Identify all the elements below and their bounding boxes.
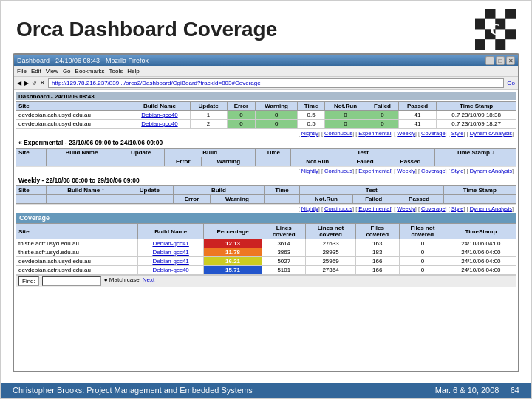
browser-content: Dashboard - 24/10/06 08:43 Site Build Na… [14, 90, 518, 371]
cov-lc-3: 5027 [262, 257, 306, 266]
cov-col-files-not: Files notcovered [399, 224, 446, 239]
stop-button[interactable]: ✕ [40, 80, 45, 86]
status-find[interactable]: Find: [18, 276, 39, 286]
menu-file[interactable]: File [17, 68, 27, 75]
wk-link-style[interactable]: Style [451, 205, 464, 212]
exp-link-experimental[interactable]: Experimental [358, 168, 391, 174]
svg-rect-9 [475, 30, 485, 40]
cell-notrun: 0 [325, 120, 366, 129]
exp-col-time: Time [256, 149, 291, 157]
exp-link-dynamic[interactable]: DynamicAnalysis [470, 168, 512, 174]
wk-link-nightly[interactable]: Nightly [301, 205, 318, 212]
wk-link-experimental[interactable]: Experimental [358, 205, 391, 212]
back-button[interactable]: ◀ [17, 80, 21, 86]
wk-col-time2 [264, 195, 299, 204]
cov-pct-2: 11.78 [204, 248, 262, 257]
coverage-row: thistle.acfr.usyd.edu.au Debian-gcc41 11… [16, 248, 516, 257]
cov-col-lines-cov: Linescovered [262, 224, 306, 239]
cov-fc-4: 166 [355, 266, 399, 275]
cell-notrun: 0 [325, 111, 366, 120]
status-text: ● Match case [104, 276, 140, 286]
exp-link-nightly[interactable]: Nightly [301, 168, 318, 174]
wk-col-timestamp: Time Stamp [443, 186, 516, 195]
col-update: Update [190, 102, 227, 111]
go-button[interactable]: Go [507, 80, 515, 86]
exp-link-style[interactable]: Style [451, 168, 464, 174]
link-experimental[interactable]: Experimental [358, 130, 391, 137]
menu-tools[interactable]: Tools [109, 68, 123, 75]
cov-site-4: devdebian.acfr.usyd.edu.au [16, 266, 138, 275]
wk-link-weekly[interactable]: Weekly [397, 205, 415, 212]
cov-fnc-1: 0 [399, 239, 446, 248]
menu-go[interactable]: Go [63, 68, 71, 75]
menu-help[interactable]: Help [127, 68, 139, 75]
cell-warning: 0 [256, 120, 298, 129]
coverage-section-label: Coverage [16, 213, 516, 223]
cov-build-2[interactable]: Debian-gcc41 [138, 248, 204, 257]
cov-lnc-3: 25969 [306, 257, 355, 266]
svg-text:C: C [490, 21, 501, 38]
coverage-row: thistle.acfr.usyd.edu.au Debian-gcc41 12… [16, 239, 516, 248]
col-error: Error [227, 102, 256, 111]
exp-link-coverage[interactable]: Coverage [421, 168, 446, 174]
svg-rect-12 [505, 30, 516, 40]
cov-lnc-1: 27633 [306, 239, 355, 248]
coverage-table: Site Build Name Percentage Linescovered … [16, 223, 516, 275]
cell-build[interactable]: Debian-gcc40 [129, 111, 190, 120]
status-input[interactable] [42, 276, 101, 286]
exp-col-build-group: Build [165, 149, 256, 157]
cov-site-2: thistle.acfr.usyd.edu.au [16, 248, 138, 257]
minimize-button[interactable]: _ [485, 56, 494, 65]
cov-lnc-4: 27364 [306, 266, 355, 275]
exp-link-weekly[interactable]: Weekly [397, 168, 415, 174]
cell-failed: 0 [366, 120, 398, 129]
exp-col-test-group: Test [291, 149, 435, 157]
status-next[interactable]: Next [143, 276, 154, 286]
col-warning: Warning [256, 102, 298, 111]
wk-col-test-group: Test [300, 186, 444, 195]
cell-failed: 0 [366, 111, 398, 120]
col-failed: Failed [366, 102, 398, 111]
wk-col-ts2 [443, 195, 516, 204]
exp-link-continuous[interactable]: Continuous [324, 168, 352, 174]
cov-col-site: Site [16, 224, 138, 239]
wk-link-coverage[interactable]: Coverage [421, 205, 446, 212]
exp-col-ts2 [434, 157, 516, 166]
link-coverage[interactable]: Coverage [421, 130, 446, 137]
link-continuous[interactable]: Continuous [324, 130, 352, 137]
url-input[interactable]: http://129.78.216.237/839.../orca2/Dashb… [48, 78, 504, 88]
link-nightly[interactable]: Nightly [301, 130, 318, 137]
browser-url-bar[interactable]: ◀ ▶ ↺ ✕ http://129.78.216.237/839.../orc… [14, 77, 518, 90]
link-dynamic[interactable]: DynamicAnalysis [470, 130, 512, 137]
table-row: devdebian.ach.usyd.edu.au Debian-gcc40 1… [16, 111, 516, 120]
wk-link-continuous[interactable]: Continuous [324, 205, 352, 212]
footer-right: Mar. 6 & 10, 2008 64 [435, 386, 519, 395]
menu-edit[interactable]: Edit [31, 68, 41, 75]
exp-col-warning: Warning [202, 157, 256, 166]
maximize-button[interactable]: □ [496, 56, 505, 65]
svg-rect-15 [496, 39, 506, 50]
wk-link-dynamic[interactable]: DynamicAnalysis [470, 205, 512, 212]
col-timestamp: Time Stamp [437, 102, 516, 111]
cell-site: devdebian.ach.usyd.edu.au [16, 120, 129, 129]
link-style[interactable]: Style [451, 130, 464, 137]
experimental-section-label: « Experimental - 23/10/06 09:00 to 24/10… [16, 137, 516, 148]
cell-build[interactable]: Debian-gcc40 [129, 120, 190, 129]
cov-fc-2: 183 [355, 248, 399, 257]
slide-footer: Christopher Brooks: Project Management a… [1, 383, 531, 398]
col-passed: Passed [398, 102, 436, 111]
link-weekly[interactable]: Weekly [397, 130, 415, 137]
logo-icon: C [475, 9, 516, 50]
close-button[interactable]: ✕ [506, 56, 515, 65]
svg-rect-3 [496, 9, 506, 19]
forward-button[interactable]: ▶ [24, 80, 29, 86]
cov-lc-1: 3614 [262, 239, 306, 248]
browser-controls[interactable]: _ □ ✕ [485, 56, 515, 65]
cov-build-1[interactable]: Debian-gcc41 [138, 239, 204, 248]
exp-col-time2 [256, 157, 291, 166]
cov-build-3[interactable]: Debian-gcc41 [138, 257, 204, 266]
menu-view[interactable]: View [46, 68, 58, 75]
menu-bookmarks[interactable]: Bookmarks [75, 68, 105, 75]
reload-button[interactable]: ↺ [32, 80, 37, 86]
cov-build-4[interactable]: Debian-gcc40 [138, 266, 204, 275]
